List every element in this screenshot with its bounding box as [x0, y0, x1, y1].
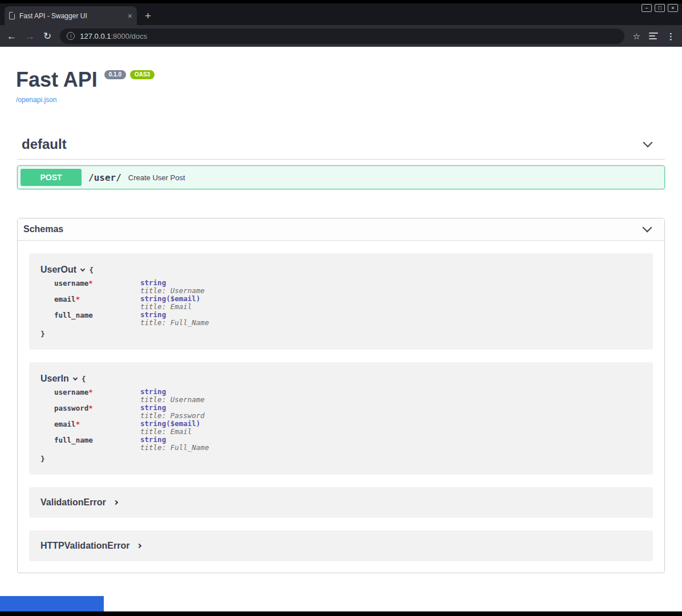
schemas-title: Schemas — [23, 224, 63, 234]
chevron-down-icon[interactable] — [643, 223, 652, 233]
property-row: password*stringtitle: Password — [54, 404, 642, 420]
forward-icon[interactable]: → — [25, 31, 35, 41]
model-title: HTTPValidationError — [40, 541, 129, 551]
property-type: string — [140, 419, 166, 428]
close-brace: } — [40, 455, 642, 463]
property-name: email — [54, 295, 76, 303]
property-title-line: title: Username — [140, 396, 205, 404]
model-header[interactable]: UserIn{ — [40, 374, 642, 384]
open-brace: { — [82, 375, 86, 383]
property-type-line: string — [140, 279, 205, 287]
property-details: string($email)title: Email — [140, 420, 200, 436]
property-type: string — [140, 294, 166, 303]
property-title-label: title: — [140, 411, 166, 420]
property-row: full_namestringtitle: Full_Name — [54, 311, 642, 327]
tab-strip: Fast API - Swagger UI × + — [5, 6, 151, 25]
model-title: UserOut — [40, 265, 76, 275]
minimize-button[interactable]: − — [642, 4, 652, 12]
property-details: stringtitle: Full_Name — [140, 311, 209, 327]
model-header[interactable]: ValidationError — [40, 497, 642, 508]
chevron-down-icon[interactable] — [73, 375, 78, 380]
window-titlebar: − □ × Fast API - Swagger UI × + — [0, 3, 682, 25]
property-name: full_name — [54, 311, 93, 319]
url-host: 127.0.0.1 — [80, 32, 111, 40]
close-brace: } — [40, 330, 642, 338]
schemas-header[interactable]: Schemas — [18, 218, 664, 241]
open-brace: { — [89, 266, 94, 274]
property-details: stringtitle: Username — [140, 279, 205, 295]
tag-section-default: default POST /user/ Create User Post — [17, 136, 665, 189]
property-name: full_name — [54, 436, 93, 444]
property-name-cell: username* — [54, 388, 140, 404]
required-star: * — [76, 420, 80, 428]
status-bubble — [0, 596, 104, 611]
url-text: 127.0.0.1:8000/docs — [80, 32, 147, 40]
property-type-line: string — [140, 404, 205, 412]
required-star: * — [88, 404, 93, 412]
model-properties: username*stringtitle: Usernamepassword*s… — [54, 388, 642, 452]
property-type: string — [140, 403, 166, 412]
property-type-line: string($email) — [140, 420, 200, 428]
schemas-models: UserOut{username*stringtitle: Usernameem… — [18, 241, 664, 573]
property-name-cell: password* — [54, 404, 140, 420]
property-type: string — [140, 278, 166, 287]
property-row: username*stringtitle: Username — [54, 279, 642, 295]
property-name-cell: email* — [54, 420, 140, 436]
property-title-value: Email — [170, 302, 192, 311]
close-button[interactable]: × — [668, 4, 678, 12]
property-row: full_namestringtitle: Full_Name — [54, 436, 642, 452]
chevron-right-icon[interactable] — [137, 544, 141, 548]
site-info-icon[interactable]: i — [67, 32, 75, 40]
property-name-cell: email* — [54, 295, 140, 311]
tab-close-icon[interactable]: × — [128, 12, 132, 20]
bookmark-star-icon[interactable]: ☆ — [633, 31, 640, 41]
property-type-line: string — [140, 388, 205, 396]
property-title-label: title: — [140, 427, 166, 436]
property-title-line: title: Full_Name — [140, 319, 209, 327]
reading-list-icon[interactable] — [649, 33, 658, 39]
chevron-down-icon[interactable] — [643, 138, 653, 148]
model-HTTPValidationError: HTTPValidationError — [29, 530, 653, 561]
address-bar[interactable]: i 127.0.0.1:8000/docs — [60, 29, 624, 44]
property-title-value: Username — [170, 286, 205, 295]
model-header[interactable]: UserOut{ — [40, 265, 642, 275]
property-title-line: title: Email — [140, 303, 200, 311]
page-content: Fast API 0.1.0 OAS3 /openapi.json defaul… — [0, 47, 682, 616]
property-row: email*string($email)title: Email — [54, 295, 642, 311]
reload-icon[interactable]: ↻ — [43, 31, 51, 41]
back-icon[interactable]: ← — [7, 31, 17, 41]
openapi-json-link[interactable]: /openapi.json — [16, 96, 56, 104]
new-tab-button[interactable]: + — [145, 11, 151, 21]
browser-menu-icon[interactable]: ⋮ — [667, 31, 675, 41]
property-name-cell: full_name — [54, 436, 140, 452]
property-title-label: title: — [140, 286, 166, 295]
property-title-value: Full_Name — [170, 318, 209, 327]
property-details: stringtitle: Full_Name — [140, 436, 209, 452]
maximize-button[interactable]: □ — [655, 4, 665, 12]
method-badge: POST — [21, 169, 82, 186]
tag-header-default[interactable]: default — [17, 136, 665, 160]
url-path: :8000/docs — [111, 32, 147, 40]
page-favicon-icon — [9, 12, 15, 19]
endpoint-path: /user/ — [88, 172, 121, 183]
property-title-line: title: Password — [140, 412, 205, 420]
title-badges: 0.1.0 OAS3 — [104, 70, 155, 79]
property-type-line: string — [140, 311, 209, 319]
property-row: email*string($email)title: Email — [54, 420, 642, 436]
required-star: * — [88, 279, 93, 287]
property-row: username*stringtitle: Username — [54, 388, 642, 404]
required-star: * — [76, 295, 80, 303]
model-header[interactable]: HTTPValidationError — [40, 541, 642, 551]
property-title-label: title: — [140, 318, 166, 327]
property-type: string — [140, 435, 166, 444]
property-title-line: title: Full_Name — [140, 444, 209, 452]
chevron-down-icon[interactable] — [80, 266, 85, 271]
model-properties: username*stringtitle: Usernameemail*stri… — [54, 279, 642, 327]
endpoint-post-user[interactable]: POST /user/ Create User Post — [17, 165, 665, 189]
property-format: ($email) — [166, 294, 200, 303]
property-title-value: Full_Name — [170, 443, 209, 452]
chevron-right-icon[interactable] — [113, 500, 117, 505]
browser-toolbar: ← → ↻ i 127.0.0.1:8000/docs ☆ ⋮ — [0, 25, 682, 47]
property-type-line: string($email) — [140, 295, 200, 303]
browser-tab[interactable]: Fast API - Swagger UI × — [5, 6, 137, 25]
